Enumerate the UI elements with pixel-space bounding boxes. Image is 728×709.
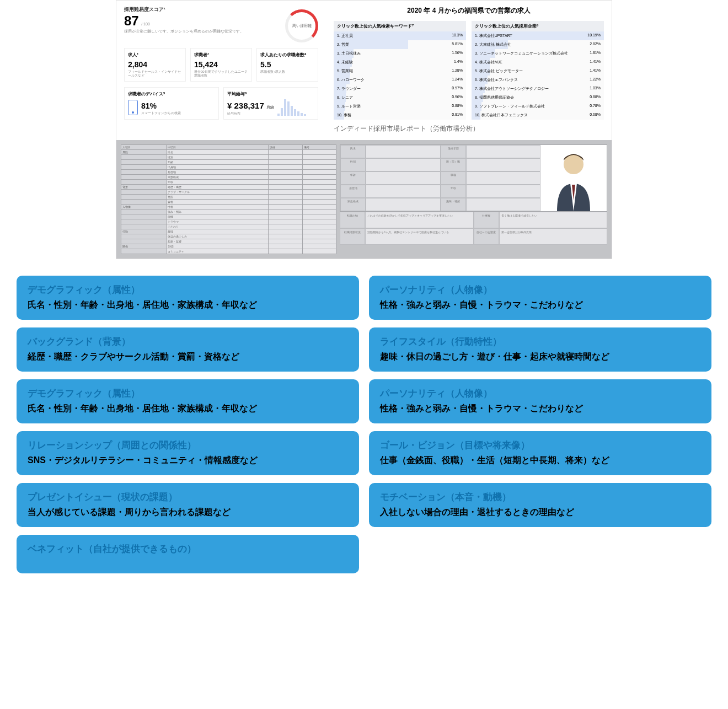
metric-label: 求人あたりの求職者数⁴	[260, 52, 314, 58]
metric-card: 求職者³15,424過去30日間でクリックしたユニーク求職者数	[190, 48, 252, 82]
category-card: パーソナリティ（人物像）性格・強みと弱み・自慢・トラウマ・こだわりなど	[369, 379, 711, 423]
category-card: モチベーション（本音・動機）入社しない場合の理由・退社するときの理由など	[369, 483, 711, 527]
report-screenshot: 採用難易度スコア¹ 87 / 100 採用が非常に難しいです。ポジションを埋める…	[116, 0, 612, 259]
avatar-icon	[546, 145, 601, 211]
category-card-title: プレゼントイシュー（現状の課題）	[28, 491, 348, 503]
category-card-body: 氏名・性別・年齢・出身地・居住地・家族構成・年収など	[28, 403, 348, 415]
category-card-title: ベネフィット（自社が提供できるもの）	[28, 543, 348, 555]
rank-row: 8. 福岡県信用保証協会0.88%	[472, 93, 604, 102]
persona-sheet: 氏名最終学歴性別現（前）職年齢職種居住地年収家族構成趣味・特技 転職の軸これまで…	[340, 144, 607, 254]
rank-row: 10. 株式会社日本フェニックス0.68%	[472, 111, 604, 120]
metric-label: 求人²	[128, 52, 182, 58]
category-card-body: 当人が感じている課題・周りから言われる課題など	[28, 507, 348, 518]
rank-row: 4. 未経験1.4%	[334, 58, 466, 67]
category-card-body: 性格・強みと弱み・自慢・トラウマ・こだわりなど	[380, 403, 700, 415]
category-card-body: 入社しない場合の理由・退社するときの理由など	[380, 507, 700, 518]
report-title: 2020 年 4 月からの福岡県での営業の求人	[334, 6, 604, 15]
category-card: ベネフィット（自社が提供できるもの）	[17, 535, 359, 573]
persona-photo	[540, 145, 607, 211]
category-card-body: 氏名・性別・年齢・出身地・居住地・家族構成・年収など	[28, 299, 348, 311]
worksheet-area: 大項目中項目詳細備考属性氏名性別年齢出身地居住地家族構成年収背景経歴・職歴クラブ…	[116, 140, 612, 259]
rank-row: 7. ラウンダー0.97%	[334, 84, 466, 93]
category-card: プレゼントイシュー（現状の課題）当人が感じている課題・周りから言われる課題など	[17, 483, 359, 527]
rank-row: 7. 株式会社アウトソーシングテクノロジー1.03%	[472, 84, 604, 93]
category-card-title: ライフスタイル（行動特性）	[380, 335, 700, 348]
dashboard-left: 採用難易度スコア¹ 87 / 100 採用が非常に難しいです。ポジションを埋める…	[116, 1, 326, 140]
rank-row: 3. 土日祝休み1.56%	[334, 49, 466, 58]
rank-row: 1. 株式会社UPSTART10.19%	[472, 31, 604, 40]
category-card-body: 趣味・休日の過ごし方・遊び・仕事・起床や就寝時間など	[380, 351, 700, 363]
category-card-title: パーソナリティ（人物像）	[380, 387, 700, 400]
rank-row: 2. 営業5.81%	[334, 40, 466, 49]
rank-row: 6. 株式会社エフバンクス1.22%	[472, 76, 604, 84]
category-card-body: 仕事（金銭面、役職）・生活（短期と中長期、将来）など	[380, 455, 700, 466]
salary-unit: 月給	[266, 105, 274, 109]
salary-label: 平均給与⁶	[227, 91, 314, 97]
metric-label: 求職者³	[194, 52, 248, 58]
category-card: パーソナリティ（人物像）性格・強みと弱み・自慢・トラウマ・こだわりなど	[369, 276, 711, 320]
rank-row: 9. ルート営業0.88%	[334, 102, 466, 111]
score-label: 採用難易度スコア¹	[124, 6, 285, 13]
device-note: スマートフォンからの検索	[141, 111, 181, 115]
category-card-title: リレーションシップ（周囲との関係性）	[28, 439, 348, 452]
category-card: デモグラフィック（属性）氏名・性別・年齢・出身地・居住地・家族構成・年収など	[17, 276, 359, 320]
category-card: デモグラフィック（属性）氏名・性別・年齢・出身地・居住地・家族構成・年収など	[17, 379, 359, 423]
metric-card: 求人あたりの求職者数⁴5.5求職者数÷求人数	[256, 48, 318, 82]
metric-value: 5.5	[260, 60, 314, 69]
category-card-body: 性格・強みと弱み・自慢・トラウマ・こだわりなど	[380, 299, 700, 311]
metric-note: 求職者数÷求人数	[260, 70, 314, 74]
category-card-body: 経歴・職歴・クラブやサークル活動・賞罰・資格など	[28, 351, 348, 363]
metric-value: 2,804	[128, 60, 182, 69]
rank-row: 3. ソニーネットワークコミュニケーションズ株式会社1.81%	[472, 49, 604, 58]
persona-category-cards: デモグラフィック（属性）氏名・性別・年齢・出身地・居住地・家族構成・年収などパー…	[11, 276, 717, 584]
category-card-title: ゴール・ビジョン（目標や将来像）	[380, 439, 700, 452]
rank-row: 5. 営業職1.28%	[334, 67, 466, 76]
category-card-title: バックグランド（背景）	[28, 335, 348, 348]
rank-row: 4. 株式会社MJE1.41%	[472, 58, 604, 67]
score-suffix: / 100	[141, 22, 150, 26]
category-card: リレーションシップ（周囲との関係性）SNS・デジタルリテラシー・コミュニティ・情…	[17, 431, 359, 475]
category-card-body: SNS・デジタルリテラシー・コミュニティ・情報感度など	[28, 455, 348, 466]
rank-row: 8. シニア0.96%	[334, 93, 466, 102]
rank-row: 6. ハローワーク1.24%	[334, 76, 466, 84]
salary-distribution-chart	[277, 99, 306, 116]
score-value: 87	[124, 13, 139, 28]
rank-row: 10. 事務0.81%	[334, 111, 466, 120]
keywords-ranking-title: クリック数上位の人気検索キーワード⁷	[334, 21, 466, 31]
companies-ranking: クリック数上位の人気採用企業⁸ 1. 株式会社UPSTART10.19%2. 大…	[472, 21, 604, 120]
category-card-title: デモグラフィック（属性）	[28, 283, 348, 296]
keywords-ranking: クリック数上位の人気検索キーワード⁷ 1. 正社員10.3%2. 営業5.81%…	[334, 21, 466, 120]
rank-row: 5. 株式会社 ビッグモーター1.41%	[472, 67, 604, 76]
salary-value: ¥ 238,317	[227, 101, 264, 110]
metric-value: 15,424	[194, 60, 248, 69]
smartphone-icon	[128, 100, 138, 115]
device-label: 求職者のデバイス⁵	[128, 91, 215, 97]
dashboard-right: 2020 年 4 月からの福岡県での営業の求人 クリック数上位の人気検索キーワー…	[326, 1, 612, 140]
companies-ranking-title: クリック数上位の人気採用企業⁸	[472, 21, 604, 31]
rank-row: 2. 大東建託 株式会社2.82%	[472, 40, 604, 49]
metric-note: 過去30日間でクリックしたユニーク求職者数	[194, 70, 248, 78]
rank-row: 1. 正社員10.3%	[334, 31, 466, 40]
attribute-spreadsheet: 大項目中項目詳細備考属性氏名性別年齢出身地居住地家族構成年収背景経歴・職歴クラブ…	[121, 144, 336, 254]
category-card-title: モチベーション（本音・動機）	[380, 491, 700, 503]
category-card: ライフスタイル（行動特性）趣味・休日の過ごし方・遊び・仕事・起床や就寝時間など	[369, 327, 711, 372]
report-caption: インディード採用市場レポート（労働市場分析）	[334, 120, 604, 136]
category-card-title: パーソナリティ（人物像）	[380, 283, 700, 296]
category-card: バックグランド（背景）経歴・職歴・クラブやサークル活動・賞罰・資格など	[17, 327, 359, 372]
metric-card: 求人²2,804フィールドセールス・インサイドセールスなど	[124, 48, 186, 82]
device-pct: 81%	[141, 101, 181, 110]
metric-note: フィールドセールス・インサイドセールスなど	[128, 70, 182, 78]
category-card: ゴール・ビジョン（目標や将来像）仕事（金銭面、役職）・生活（短期と中長期、将来）…	[369, 431, 711, 475]
score-note: 採用が非常に難しいです。ポジションを埋めるのが困難な状況です。	[124, 29, 285, 34]
salary-bar-label: 給与分布	[227, 112, 274, 116]
rank-row: 9. ソフトブレーン・フィールド株式会社0.78%	[472, 102, 604, 111]
difficulty-donut-chart: 高い採用難	[285, 9, 318, 42]
category-card-title: デモグラフィック（属性）	[28, 387, 348, 400]
